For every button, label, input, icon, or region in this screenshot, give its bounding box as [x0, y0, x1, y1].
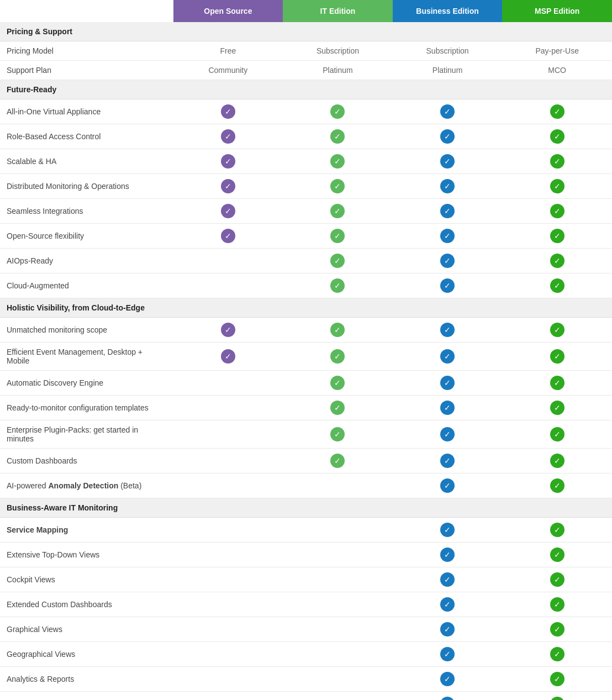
business-check-cell: ✓	[393, 318, 503, 343]
feature-cell: Analytics & Reports	[0, 667, 173, 692]
it-check-cell: ✓	[283, 343, 393, 371]
check-business: ✓	[440, 204, 455, 218]
business-check-cell: ✓	[393, 667, 503, 692]
feature-cell: Distributed Monitoring & Operations	[0, 174, 173, 199]
feature-cell: Role-Based Access Control	[0, 124, 173, 149]
msp-check-cell: ✓	[502, 420, 612, 449]
opensource-check-cell	[173, 273, 283, 298]
it-check-cell	[283, 592, 393, 617]
business-check-cell: ✓	[393, 449, 503, 473]
opensource-check-cell	[173, 667, 283, 692]
check-opensource: ✓	[221, 229, 235, 243]
feature-cell: Service Mapping	[0, 518, 173, 543]
opensource-check-cell	[173, 567, 283, 592]
msp-label: MSP Edition	[535, 7, 579, 15]
it-check-cell: ✓	[283, 449, 393, 473]
msp-check-cell: ✓	[502, 199, 612, 224]
opensource-check-cell	[173, 371, 283, 396]
check-it: ✓	[330, 323, 345, 337]
check-it: ✓	[330, 349, 345, 364]
business-check-cell: ✓	[393, 124, 503, 149]
opensource-check-cell: ✓	[173, 343, 283, 371]
it-check-cell	[283, 567, 393, 592]
check-business: ✓	[440, 154, 455, 169]
feature-cell: Service Level Agreements KPIs	[0, 692, 173, 701]
msp-check-cell: ✓	[502, 449, 612, 473]
check-business: ✓	[440, 572, 455, 587]
msp-check-cell: ✓	[502, 174, 612, 199]
feature-cell: Scalable & HA	[0, 149, 173, 174]
feature-cell: AI-powered Anomaly Detection (Beta)	[0, 473, 173, 498]
msp-check-cell: ✓	[502, 518, 612, 543]
check-msp: ✓	[550, 323, 564, 337]
check-it: ✓	[330, 204, 345, 218]
it-label: IT Edition	[320, 7, 356, 15]
feature-cell: Unmatched monitoring scope	[0, 318, 173, 343]
msp-check-cell: ✓	[502, 396, 612, 420]
opensource-check-cell	[173, 420, 283, 449]
check-business: ✓	[440, 323, 455, 337]
msp-check-cell: ✓	[502, 249, 612, 273]
it-check-cell: ✓	[283, 149, 393, 174]
feature-cell: Cockpit Views	[0, 567, 173, 592]
comparison-table: Open Source IT Edition Business Edition …	[0, 0, 612, 700]
feature-cell: Efficient Event Management, Desktop + Mo…	[0, 343, 173, 371]
check-msp: ✓	[550, 647, 564, 661]
check-msp: ✓	[550, 204, 564, 218]
feature-cell: Cloud-Augmented	[0, 273, 173, 298]
header-msp: MSP Edition	[502, 0, 612, 22]
business-label: Business Edition	[416, 7, 479, 15]
check-business: ✓	[440, 647, 455, 661]
check-business: ✓	[440, 597, 455, 612]
check-msp: ✓	[550, 104, 564, 119]
business-check-cell: ✓	[393, 174, 503, 199]
check-msp: ✓	[550, 523, 564, 537]
it-check-cell: ✓	[283, 174, 393, 199]
check-msp: ✓	[550, 376, 564, 390]
opensource-check-cell	[173, 396, 283, 420]
check-msp: ✓	[550, 572, 564, 587]
opensource-check-cell: ✓	[173, 149, 283, 174]
feature-cell: Automatic Discovery Engine	[0, 371, 173, 396]
check-business: ✓	[440, 548, 455, 562]
it-check-cell	[283, 642, 393, 667]
header-business: Business Edition	[393, 0, 503, 22]
it-check-cell: ✓	[283, 420, 393, 449]
check-msp: ✓	[550, 129, 564, 144]
check-msp: ✓	[550, 349, 564, 364]
it-check-cell: ✓	[283, 224, 393, 249]
check-it: ✓	[330, 454, 345, 468]
check-business: ✓	[440, 478, 455, 493]
business-check-cell: ✓	[393, 99, 503, 124]
check-it: ✓	[330, 154, 345, 169]
opensource-check-cell	[173, 249, 283, 273]
business-check-cell: ✓	[393, 473, 503, 498]
msp-check-cell: ✓	[502, 224, 612, 249]
it-check-cell: ✓	[283, 199, 393, 224]
msp-check-cell: ✓	[502, 124, 612, 149]
it-check-cell: ✓	[283, 124, 393, 149]
opensource-check-cell	[173, 543, 283, 567]
it-check-cell	[283, 617, 393, 642]
check-opensource: ✓	[221, 154, 235, 169]
check-it: ✓	[330, 401, 345, 415]
msp-cell: Pay-per-Use	[502, 41, 612, 61]
feature-cell: Extended Custom Dashboards	[0, 592, 173, 617]
opensource-check-cell	[173, 592, 283, 617]
msp-check-cell: ✓	[502, 371, 612, 396]
business-cell: Platinum	[393, 61, 503, 80]
check-msp: ✓	[550, 548, 564, 562]
msp-check-cell: ✓	[502, 692, 612, 701]
check-business: ✓	[440, 254, 455, 268]
check-it: ✓	[330, 179, 345, 193]
feature-cell: Pricing Model	[0, 41, 173, 61]
check-business: ✓	[440, 454, 455, 468]
header-it: IT Edition	[283, 0, 393, 22]
it-cell: Platinum	[283, 61, 393, 80]
check-it: ✓	[330, 376, 345, 390]
it-check-cell	[283, 692, 393, 701]
business-check-cell: ✓	[393, 149, 503, 174]
feature-cell: Support Plan	[0, 61, 173, 80]
section-header: Business-Aware IT Monitoring	[0, 498, 612, 518]
opensource-check-cell: ✓	[173, 199, 283, 224]
